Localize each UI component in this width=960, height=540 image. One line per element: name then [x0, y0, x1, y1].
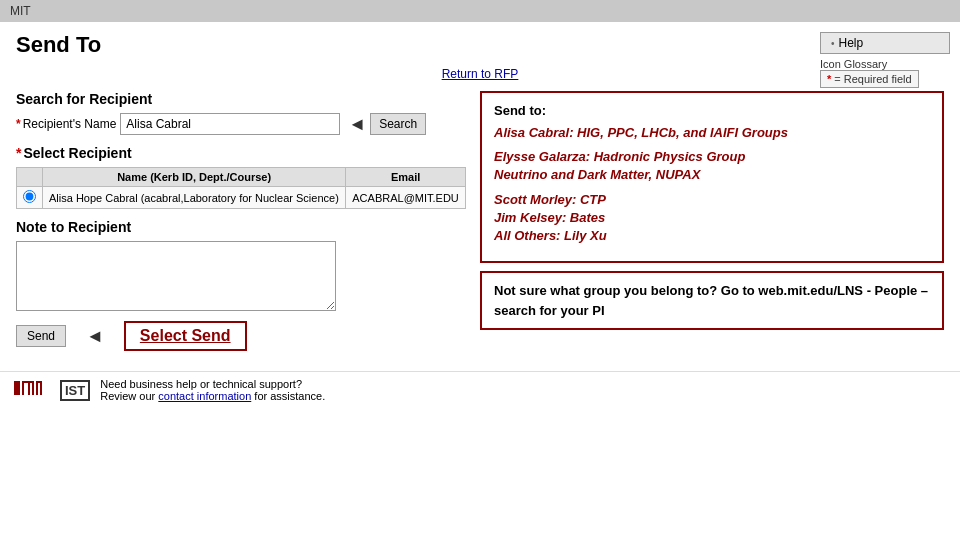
top-bar: MIT [0, 0, 960, 22]
send-to-panel: Send to: Alisa Cabral: HIG, PPC, LHCb, a… [480, 91, 944, 263]
left-column: Search for Recipient * Recipient's Name … [16, 91, 466, 351]
send-arrow-annotation: ◄ [86, 326, 104, 347]
note-section-title: Note to Recipient [16, 219, 466, 235]
help-button[interactable]: • Help [820, 32, 950, 54]
send-button-label: Send [27, 329, 55, 343]
send-to-panel-title: Send to: [494, 103, 930, 118]
send-to-entry-2: Elysse Galarza: Hadronic Physics Group N… [494, 148, 930, 184]
search-req-star: * [16, 117, 21, 131]
ist-logo: IST [60, 380, 90, 401]
help-button-label: Help [839, 36, 864, 50]
arrow-annotation: ◄ [348, 114, 366, 135]
review-text: Review our [100, 390, 155, 402]
select-recipient-section: * Select Recipient Name (Kerb ID, Dept./… [16, 145, 466, 209]
help-panel: • Help Icon Glossary * = Required field [820, 32, 950, 88]
not-sure-text: Not sure what group you belong to? Go to… [494, 283, 928, 318]
glossary-title: Icon Glossary [820, 58, 887, 70]
svg-rect-0 [14, 381, 20, 395]
radio-cell[interactable] [17, 187, 43, 209]
search-button[interactable]: Search [370, 113, 426, 135]
svg-rect-4 [32, 381, 34, 395]
select-send-label: Select Send [124, 321, 247, 351]
main-content: • Help Icon Glossary * = Required field … [0, 22, 960, 361]
svg-rect-5 [36, 381, 38, 395]
search-row: * Recipient's Name ◄ Search [16, 113, 466, 135]
svg-rect-1 [22, 381, 24, 395]
required-label: = Required field [834, 73, 911, 85]
send-to-entry-1: Alisa Cabral: HIG, PPC, LHCb, and IAIFI … [494, 124, 930, 142]
recipient-radio[interactable] [23, 190, 36, 203]
right-column: Send to: Alisa Cabral: HIG, PPC, LHCb, a… [480, 91, 944, 351]
mit-logo-svg [14, 379, 54, 397]
note-section: Note to Recipient [16, 219, 466, 311]
table-header-row: Name (Kerb ID, Dept./Course) Email [17, 168, 466, 187]
select-req-star: * [16, 145, 21, 161]
help-bullet: • [831, 38, 835, 49]
col-select [17, 168, 43, 187]
top-bar-title: MIT [10, 4, 31, 18]
return-to-rfp-link[interactable]: Return to RFP [442, 67, 519, 81]
recipient-name-cell: Alisa Hope Cabral (acabral,Laboratory fo… [43, 187, 346, 209]
select-recipient-title: * Select Recipient [16, 145, 466, 161]
search-title-text: Search for Recipient [16, 91, 152, 107]
recipient-table: Name (Kerb ID, Dept./Course) Email Alisa… [16, 167, 466, 209]
note-title-text: Note to Recipient [16, 219, 131, 235]
footer-logos: IST [14, 379, 90, 401]
send-button[interactable]: Send [16, 325, 66, 347]
svg-rect-3 [28, 381, 30, 395]
footer-text: Need business help or technical support?… [100, 378, 325, 402]
col-email: Email [346, 168, 466, 187]
support-text: Need business help or technical support? [100, 378, 302, 390]
req-star: * [827, 73, 831, 85]
col-name: Name (Kerb ID, Dept./Course) [43, 168, 346, 187]
recipient-label-text: Recipient's Name [23, 117, 117, 131]
note-textarea[interactable] [16, 241, 336, 311]
mit-logo [14, 379, 54, 401]
svg-rect-2 [22, 381, 32, 383]
send-to-entry-3: Scott Morley: CTP Jim Kelsey: Bates All … [494, 191, 930, 246]
two-col-layout: Search for Recipient * Recipient's Name … [16, 91, 944, 351]
return-link-row: Return to RFP [16, 66, 944, 81]
recipient-name-input[interactable] [120, 113, 340, 135]
table-row: Alisa Hope Cabral (acabral,Laboratory fo… [17, 187, 466, 209]
recipient-field-label: * Recipient's Name [16, 117, 116, 131]
not-sure-panel: Not sure what group you belong to? Go to… [480, 271, 944, 330]
contact-link[interactable]: contact information [158, 390, 251, 402]
search-section-title: Search for Recipient [16, 91, 466, 107]
svg-rect-6 [40, 381, 42, 395]
svg-rect-7 [36, 381, 42, 383]
send-row: Send ◄ Select Send [16, 321, 466, 351]
required-field-box: * = Required field [820, 70, 919, 88]
after-text: for assistance. [254, 390, 325, 402]
footer: IST Need business help or technical supp… [0, 371, 960, 408]
search-button-label: Search [379, 117, 417, 131]
recipient-email-cell: ACABRAL@MIT.EDU [346, 187, 466, 209]
icon-glossary: Icon Glossary * = Required field [820, 58, 950, 88]
page-title: Send To [16, 32, 944, 58]
select-title-text: Select Recipient [23, 145, 131, 161]
